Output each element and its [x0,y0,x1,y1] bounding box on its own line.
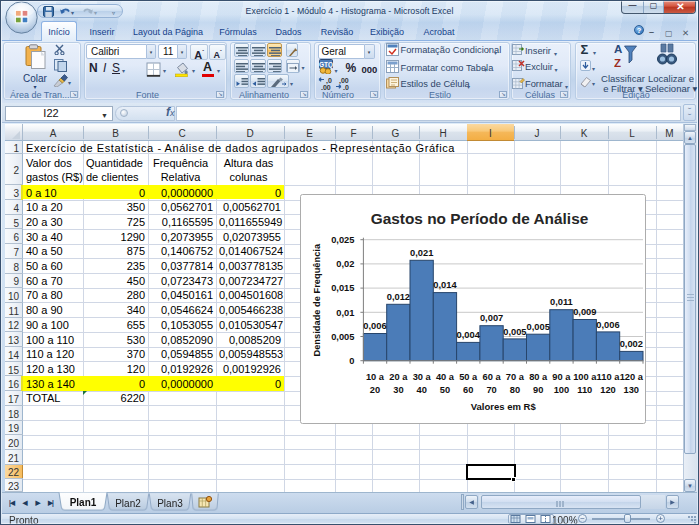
svg-text:120: 120 [600,385,616,395]
svg-text:20 a: 20 a [389,372,408,382]
svg-text:10 a: 10 a [366,372,385,382]
svg-text:40: 40 [417,385,427,395]
svg-text:0,006: 0,006 [596,320,619,330]
svg-text:30 a: 30 a [413,372,432,382]
svg-text:110: 110 [577,385,592,395]
svg-text:100: 100 [554,385,570,395]
svg-text:0,021: 0,021 [410,248,433,258]
svg-text:0,012: 0,012 [387,292,410,302]
svg-text:0,009: 0,009 [573,307,596,317]
svg-text:90: 90 [533,385,543,395]
svg-text:80 a: 80 a [529,372,548,382]
svg-text:60: 60 [463,385,473,395]
svg-text:70: 70 [486,385,496,395]
svg-text:,00: ,00 [321,84,331,91]
svg-text:0: 0 [349,356,354,366]
svg-text:40 a: 40 a [436,372,455,382]
svg-text:Gastos no Período de Análise: Gastos no Período de Análise [371,210,589,227]
svg-text:50: 50 [440,385,450,395]
svg-text:0,005: 0,005 [503,327,526,337]
svg-text:0,006: 0,006 [363,321,386,331]
svg-text:20: 20 [370,385,380,395]
svg-text:Z: Z [614,57,621,69]
svg-text:0,007: 0,007 [480,313,503,323]
svg-text:Valores em R$: Valores em R$ [471,401,537,412]
svg-text:0,014: 0,014 [433,280,457,290]
svg-text:0,005: 0,005 [527,322,550,332]
svg-text:GTQ: GTQ [319,61,333,69]
svg-text:100 a: 100 a [573,372,597,382]
svg-text:0,01: 0,01 [336,308,354,318]
svg-text:,0: ,0 [343,84,349,91]
svg-text:A: A [614,43,622,55]
svg-text:0,005: 0,005 [331,332,354,342]
svg-text:80: 80 [510,385,520,395]
svg-text:0,025: 0,025 [331,235,354,245]
svg-text:70 a: 70 a [506,372,525,382]
svg-text:90 a: 90 a [552,372,571,382]
svg-text:110 a: 110 a [597,372,621,382]
svg-text:50 a: 50 a [459,372,478,382]
svg-text:60 a: 60 a [483,372,502,382]
svg-text:120 a: 120 a [620,372,644,382]
svg-text:0,004: 0,004 [457,330,481,340]
svg-text:0,015: 0,015 [331,283,354,293]
svg-text:0,011: 0,011 [550,297,573,307]
svg-text:130: 130 [624,385,640,395]
svg-text:0,02: 0,02 [336,259,354,269]
svg-text:30: 30 [393,385,403,395]
svg-text:0,002: 0,002 [620,339,643,349]
svg-text:Densidade de Frequência: Densidade de Frequência [312,243,322,356]
